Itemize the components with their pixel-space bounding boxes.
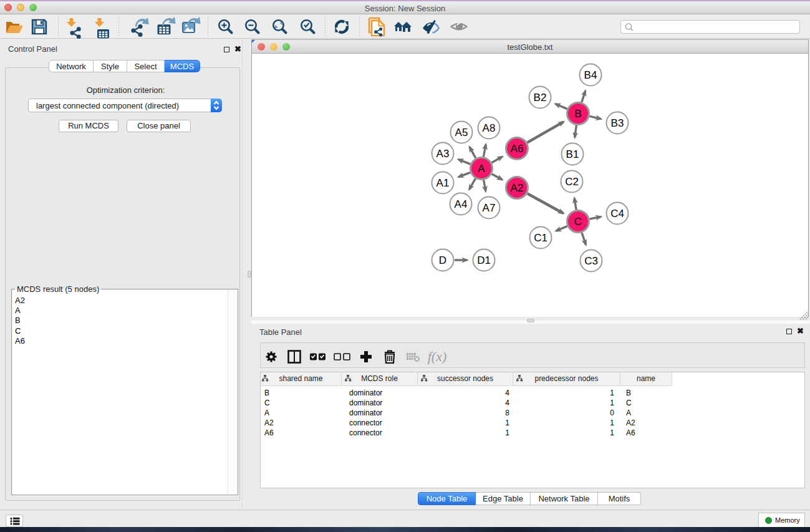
svg-text:D1: D1 <box>477 254 491 266</box>
svg-text:C1: C1 <box>534 232 547 244</box>
svg-text:B: B <box>574 108 581 120</box>
svg-text:C3: C3 <box>584 255 598 267</box>
svg-text:A6: A6 <box>511 143 524 155</box>
svg-text:A3: A3 <box>436 148 450 160</box>
svg-text:B4: B4 <box>584 69 597 81</box>
svg-text:A1: A1 <box>436 177 450 189</box>
svg-text:B1: B1 <box>566 148 579 160</box>
svg-text:D: D <box>439 254 446 266</box>
svg-text:A2: A2 <box>511 182 524 194</box>
svg-text:A5: A5 <box>455 127 468 138</box>
svg-text:B2: B2 <box>534 92 547 104</box>
svg-text:A4: A4 <box>455 198 468 210</box>
svg-text:C: C <box>574 216 582 228</box>
svg-text:f(x): f(x) <box>428 349 447 364</box>
svg-text:A7: A7 <box>483 202 496 214</box>
svg-text:C2: C2 <box>565 176 579 188</box>
svg-text:A: A <box>478 163 485 175</box>
svg-text:A8: A8 <box>483 122 496 134</box>
svg-text:B3: B3 <box>611 117 624 129</box>
svg-text:C4: C4 <box>610 208 624 220</box>
